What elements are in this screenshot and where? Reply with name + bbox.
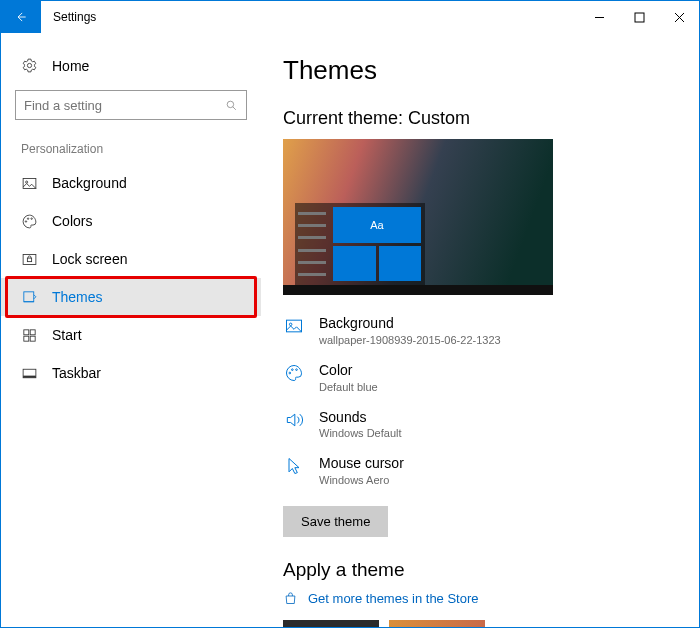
svg-point-18: [289, 323, 292, 326]
store-icon: [283, 591, 298, 606]
sidebar-item-background[interactable]: Background: [1, 164, 261, 202]
svg-point-2: [227, 101, 234, 108]
palette-icon: [21, 213, 38, 230]
window-controls: [579, 1, 699, 33]
taskbar-icon: [21, 365, 38, 382]
title-bar: Settings: [1, 1, 699, 33]
svg-point-20: [292, 369, 294, 371]
preview-start-menu: Aa: [295, 203, 425, 285]
svg-point-19: [289, 372, 291, 374]
store-link-label: Get more themes in the Store: [308, 591, 479, 606]
sidebar-item-label: Lock screen: [52, 251, 127, 267]
cursor-icon: [284, 456, 304, 476]
search-icon: [225, 99, 238, 112]
theme-property-sounds[interactable]: Sounds Windows Default: [283, 409, 669, 440]
property-value: Windows Default: [319, 427, 402, 439]
close-icon: [674, 12, 685, 23]
search-input[interactable]: [24, 98, 225, 113]
picture-icon: [284, 316, 304, 336]
svg-rect-11: [24, 329, 29, 334]
sidebar-item-label: Start: [52, 327, 82, 343]
sidebar-item-start[interactable]: Start: [1, 316, 261, 354]
property-value: Default blue: [319, 381, 378, 393]
picture-icon: [21, 175, 38, 192]
svg-point-21: [296, 369, 298, 371]
back-button[interactable]: [1, 1, 41, 33]
maximize-button[interactable]: [619, 1, 659, 33]
minimize-button[interactable]: [579, 1, 619, 33]
sidebar-item-themes[interactable]: Themes: [1, 278, 261, 316]
theme-property-color[interactable]: Color Default blue: [283, 362, 669, 393]
home-label: Home: [52, 58, 89, 74]
sidebar-item-label: Themes: [52, 289, 103, 305]
svg-rect-10: [24, 291, 34, 301]
svg-rect-9: [27, 258, 31, 262]
app-title: Settings: [41, 1, 96, 33]
home-button[interactable]: Home: [1, 51, 261, 90]
themes-icon: [21, 289, 38, 306]
sidebar-item-label: Colors: [52, 213, 92, 229]
svg-rect-13: [24, 336, 29, 341]
svg-rect-0: [635, 13, 644, 22]
maximize-icon: [634, 12, 645, 23]
theme-preview: Aa: [283, 139, 553, 295]
svg-point-6: [27, 217, 28, 218]
theme-property-cursor[interactable]: Mouse cursor Windows Aero: [283, 455, 669, 486]
svg-point-1: [27, 63, 31, 67]
minimize-icon: [594, 12, 605, 23]
sound-icon: [284, 410, 304, 430]
svg-rect-16: [23, 375, 36, 377]
sidebar-item-label: Taskbar: [52, 365, 101, 381]
save-theme-button[interactable]: Save theme: [283, 506, 388, 537]
main-pane: Themes Current theme: Custom Aa Backgrou…: [261, 33, 699, 627]
close-button[interactable]: [659, 1, 699, 33]
theme-card[interactable]: [283, 620, 379, 627]
palette-icon: [284, 363, 304, 383]
svg-point-4: [26, 181, 28, 183]
gear-icon: [21, 57, 38, 74]
sidebar-item-lockscreen[interactable]: Lock screen: [1, 240, 261, 278]
theme-card[interactable]: [389, 620, 485, 627]
page-title: Themes: [283, 55, 669, 86]
sidebar-item-taskbar[interactable]: Taskbar: [1, 354, 261, 392]
lock-screen-icon: [21, 251, 38, 268]
search-box[interactable]: [15, 90, 247, 120]
svg-rect-14: [30, 336, 35, 341]
theme-property-background[interactable]: Background wallpaper-1908939-2015-06-22-…: [283, 315, 669, 346]
property-label: Background: [319, 315, 501, 332]
arrow-left-icon: [14, 10, 28, 24]
section-label: Personalization: [1, 138, 261, 164]
sidebar-item-label: Background: [52, 175, 127, 191]
svg-point-7: [31, 217, 32, 218]
theme-cards: [283, 620, 669, 627]
sidebar: Home Personalization Background Colors L…: [1, 33, 261, 627]
property-value: Windows Aero: [319, 474, 404, 486]
sidebar-item-colors[interactable]: Colors: [1, 202, 261, 240]
apply-theme-header: Apply a theme: [283, 559, 669, 581]
current-theme-label: Current theme: Custom: [283, 108, 669, 129]
svg-point-5: [25, 220, 26, 221]
property-label: Sounds: [319, 409, 402, 426]
svg-rect-12: [30, 329, 35, 334]
property-label: Mouse cursor: [319, 455, 404, 472]
preview-tile: Aa: [333, 207, 421, 243]
property-value: wallpaper-1908939-2015-06-22-1323: [319, 334, 501, 346]
store-link[interactable]: Get more themes in the Store: [283, 591, 669, 606]
start-icon: [21, 327, 38, 344]
property-label: Color: [319, 362, 378, 379]
